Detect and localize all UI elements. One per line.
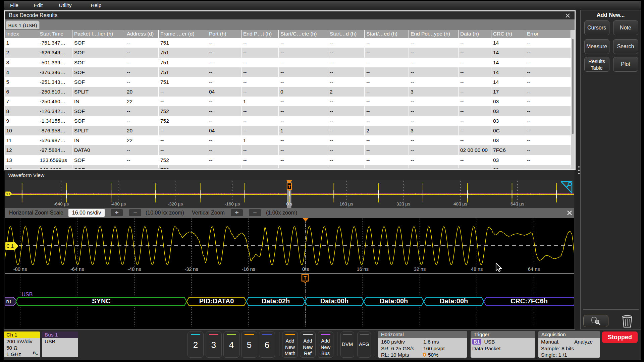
svg-text:Data:02h: Data:02h	[261, 297, 289, 305]
svg-text:64 ns: 64 ns	[528, 266, 540, 272]
svg-text:T: T	[304, 275, 307, 281]
svg-text:Data:00h: Data:00h	[320, 297, 348, 305]
svg-text:Data:00h: Data:00h	[439, 297, 468, 305]
svg-text:PID:DATA0: PID:DATA0	[199, 297, 234, 305]
svg-text:32 ns: 32 ns	[414, 266, 425, 272]
svg-text:-48 ns: -48 ns	[127, 266, 141, 272]
svg-text:-32 ns: -32 ns	[184, 266, 198, 272]
svg-text:-480 µs: -480 µs	[110, 201, 126, 206]
svg-text:48 ns: 48 ns	[471, 266, 482, 272]
svg-text:480 µs: 480 µs	[453, 201, 467, 206]
svg-text:CRC:7FC6h: CRC:7FC6h	[510, 297, 547, 305]
svg-text:C 1: C 1	[5, 192, 10, 196]
svg-text:-80 ns: -80 ns	[13, 266, 26, 272]
svg-text:-320 µs: -320 µs	[167, 201, 183, 206]
svg-text:-160 µs: -160 µs	[224, 201, 240, 206]
svg-text:0 s: 0 s	[302, 266, 309, 272]
svg-text:Data:00h: Data:00h	[379, 297, 408, 305]
svg-text:160 µs: 160 µs	[339, 201, 353, 206]
svg-text:USB: USB	[21, 292, 33, 297]
svg-text:-16 ns: -16 ns	[241, 266, 255, 272]
svg-text:SYNC: SYNC	[92, 297, 111, 305]
svg-text:C 1: C 1	[6, 243, 14, 249]
svg-text:0 s: 0 s	[286, 201, 292, 206]
svg-text:-64 ns: -64 ns	[70, 266, 84, 272]
svg-text:T: T	[424, 353, 426, 356]
svg-text:16 ns: 16 ns	[357, 266, 368, 272]
svg-text:320 µs: 320 µs	[396, 201, 410, 206]
svg-text:T: T	[288, 184, 290, 189]
svg-text:B1: B1	[6, 299, 11, 304]
svg-text:640 µs: 640 µs	[511, 201, 524, 206]
svg-text:-640 µs: -640 µs	[53, 201, 69, 206]
